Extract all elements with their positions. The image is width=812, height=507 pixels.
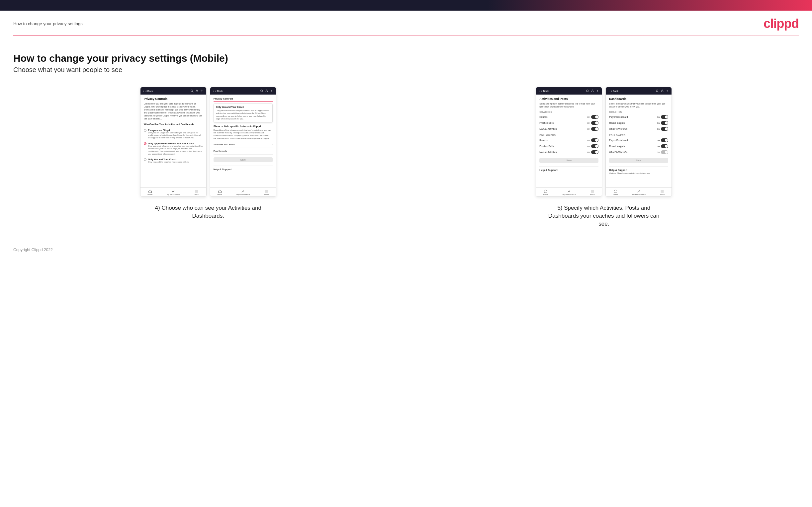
phone-1-who-can-see: Who Can See Your Activities and Dashboar… [144, 123, 203, 125]
radio-circle-coach [144, 158, 146, 161]
svg-point-21 [656, 90, 658, 92]
settings-icon-2[interactable] [270, 89, 273, 93]
phone-3-followers-rounds: Rounds ON [539, 137, 599, 143]
chevron-icon-dashboards: › [272, 150, 273, 153]
header: How to change your privacy settings clip… [0, 11, 812, 31]
phone-2-card-desc: Only you and the coaches you connect wit… [216, 109, 270, 120]
screenshot-pair-34: ‹ < Back Activities and Posts Select the… [536, 87, 672, 197]
phone-3-followers-manual-label: Manual Activities [539, 151, 557, 153]
phone-1-nav-performance[interactable]: My Performance [167, 189, 180, 195]
phone-4-nav-home[interactable]: Home [613, 189, 618, 195]
toggle-f-workon[interactable] [661, 150, 668, 154]
top-bar [0, 0, 812, 11]
svg-point-17 [597, 91, 598, 92]
menu-icon [195, 189, 199, 193]
phone-1-bottom-nav: Home My Performance Menu [141, 187, 206, 196]
phone-2-tab[interactable]: Privacy Controls [213, 97, 234, 101]
phone-3-back[interactable]: ‹ < Back [539, 90, 549, 93]
phone-4-save-btn[interactable]: Save [609, 158, 668, 163]
radio-coach-only[interactable]: Only You and Your Coach Only you and the… [144, 157, 203, 165]
radio-label-coach: Only You and Your Coach [148, 158, 189, 161]
phone-3-desc: Select the types of activity that you'd … [539, 102, 599, 108]
phone-4-coaches-label: COACHES [609, 111, 668, 113]
toggle-c-workon[interactable] [661, 127, 668, 131]
person-icon-3[interactable] [591, 89, 594, 93]
phone-2-activities-item[interactable]: Activities and Posts › [213, 142, 273, 148]
phone-2-bottom-nav: Home My Performance Menu [210, 187, 276, 196]
phone-3-coaches-drills-label: Practice Drills [539, 122, 554, 124]
phone-2-back[interactable]: ‹ < Back [213, 90, 223, 93]
toggle-f-insights[interactable] [661, 144, 668, 148]
phone-4-nav-menu[interactable]: Menu [660, 189, 665, 195]
phone-2-nav-home[interactable]: Home [217, 189, 222, 195]
phone-1-body: Privacy Controls Control how you and you… [141, 95, 206, 187]
phone-4-followers-player-label: Player Dashboard [609, 139, 628, 142]
performance-icon-2 [241, 189, 245, 193]
svg-point-16 [592, 90, 593, 91]
footer: Copyright Clippd 2022 [0, 241, 812, 259]
search-icon-3[interactable] [586, 89, 589, 93]
svg-point-0 [191, 90, 193, 92]
svg-point-10 [271, 91, 272, 92]
phone-2: ‹ < Back Privacy Controls [210, 87, 276, 197]
search-icon-2[interactable] [260, 89, 263, 93]
phone-4-section-title: Dashboards [609, 97, 668, 101]
phone-3-coaches-rounds: Rounds ON [539, 114, 599, 120]
search-icon[interactable] [190, 89, 194, 93]
phone-3-icons [586, 89, 599, 93]
radio-label-approved: Only Approved Followers and Your Coach [148, 142, 203, 145]
phone-1-nav-menu[interactable]: Menu [194, 189, 199, 195]
phone-1-nav-home[interactable]: Home [147, 189, 152, 195]
phone-2-help-support: Help & Support [213, 166, 273, 171]
phone-1-back[interactable]: ‹ < Back [143, 90, 153, 93]
settings-icon-4[interactable] [666, 89, 669, 93]
phone-4-coaches-workon: What To Work On ON [609, 126, 668, 132]
toggle-followers-rounds[interactable] [591, 138, 599, 142]
menu-icon-3 [591, 189, 595, 193]
toggle-coaches-rounds[interactable] [591, 115, 599, 119]
copyright: Copyright Clippd 2022 [13, 247, 53, 252]
person-icon-4[interactable] [661, 89, 664, 93]
phone-3-nav-home-label: Home [543, 193, 548, 195]
phone-2-card-title: Only You and Your Coach [216, 106, 270, 108]
phone-3-save-btn[interactable]: Save [539, 158, 599, 163]
toggle-followers-drills[interactable] [591, 144, 599, 148]
phone-3-followers-drills-label: Practice Drills [539, 145, 554, 147]
radio-everyone[interactable]: Everyone on Clippd Everyone on Clippd ca… [144, 127, 203, 141]
screenshot-group-4: ‹ < Back Privacy Controls Control how yo… [13, 87, 403, 220]
phone-3-nav-performance-label: My Performance [563, 193, 576, 195]
phone-3-nav-home[interactable]: Home [543, 189, 548, 195]
phone-1-nav-home-label: Home [147, 193, 152, 195]
phone-1-nav-menu-label: Menu [194, 193, 199, 195]
person-icon-2[interactable] [265, 89, 268, 93]
phone-4-back[interactable]: ‹ < Back [608, 90, 618, 93]
settings-icon-3[interactable] [596, 89, 599, 93]
phone-4-nav-performance[interactable]: My Performance [632, 189, 646, 195]
person-icon[interactable] [195, 89, 199, 93]
phone-4: ‹ < Back Dashboards Select the dashboard… [605, 87, 672, 197]
search-icon-4[interactable] [656, 89, 659, 93]
toggle-coaches-drills[interactable] [591, 121, 599, 125]
phone-2-nav-performance[interactable]: My Performance [237, 189, 250, 195]
settings-icon[interactable] [200, 89, 204, 93]
phone-3-nav-performance[interactable]: My Performance [563, 189, 576, 195]
toggle-c-player[interactable] [661, 115, 668, 119]
radio-approved[interactable]: Only Approved Followers and Your Coach O… [144, 141, 203, 157]
toggle-followers-manual[interactable] [591, 150, 599, 154]
toggle-c-insights[interactable] [661, 121, 668, 125]
phone-2-dashboards-label: Dashboards [213, 150, 227, 153]
svg-point-2 [196, 90, 197, 91]
toggle-coaches-manual[interactable] [591, 127, 599, 131]
phone-2-nav-menu-label: Menu [264, 193, 269, 195]
phone-4-nav-home-label: Home [613, 193, 618, 195]
phone-2-save-btn[interactable]: Save [213, 157, 273, 162]
phone-2-dashboards-item[interactable]: Dashboards › [213, 148, 273, 155]
phone-3-header: ‹ < Back [536, 87, 602, 95]
toggle-f-player[interactable] [661, 138, 668, 142]
phone-4-followers-insights: Round Insights ON [609, 143, 668, 149]
phone-3-followers-manual: Manual Activities ON [539, 149, 599, 155]
phone-3-nav-menu[interactable]: Menu [590, 189, 595, 195]
phone-3-body: Activities and Posts Select the types of… [536, 95, 602, 187]
phone-2-nav-menu[interactable]: Menu [264, 189, 269, 195]
radio-desc-coach: Only you and the coaches you connect wit… [148, 161, 189, 164]
